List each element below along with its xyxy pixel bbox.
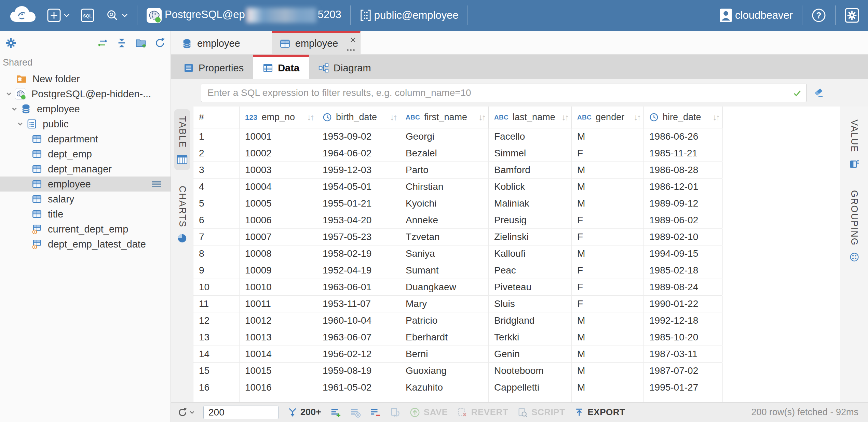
tab-table-presentation[interactable]: TABLE <box>174 109 190 170</box>
tree-item-new-folder[interactable]: New folder <box>0 71 171 86</box>
cell-rownum[interactable]: 11 <box>193 296 240 312</box>
column-header-first-name[interactable]: ABC first_name ↓↑ <box>400 107 489 128</box>
column-header-rownum[interactable]: # <box>193 107 240 128</box>
table-row[interactable]: 8 10008 1958-02-19 Saniya Kalloufi M 199… <box>193 245 722 262</box>
cell-emp-no[interactable]: 10004 <box>240 179 317 195</box>
user-menu[interactable]: cloudbeaver <box>714 0 798 31</box>
close-icon[interactable] <box>349 35 357 46</box>
cell-rownum[interactable]: 2 <box>193 145 240 161</box>
cell-last-name[interactable]: Maliniak <box>489 195 572 212</box>
refresh-icon[interactable] <box>154 37 166 49</box>
tree-item-table-department[interactable]: department <box>0 131 171 146</box>
table-row[interactable]: 11 10011 1953-11-07 Mary Sluis F 1990-01… <box>193 296 722 312</box>
cell-hire-date[interactable]: 1992-12-18 <box>644 312 723 329</box>
clear-filter-button[interactable] <box>813 87 824 98</box>
cell-hire-date[interactable]: 1985-10-20 <box>644 329 723 346</box>
save-button[interactable]: SAVE <box>409 407 448 418</box>
cell-gender[interactable]: F <box>572 229 644 245</box>
cell-emp-no[interactable]: 10006 <box>240 212 317 228</box>
cell-rownum[interactable]: 15 <box>193 363 240 379</box>
column-header-gender[interactable]: ABC gender ↓↑ <box>572 107 644 128</box>
cell-hire-date[interactable]: 1987-07-02 <box>644 363 723 379</box>
cell-emp-no[interactable]: 10013 <box>240 329 317 346</box>
add-row-button[interactable] <box>330 407 341 418</box>
cell-first-name[interactable]: Kazuhito <box>400 379 489 396</box>
item-menu-icon[interactable] <box>151 180 162 188</box>
duplicate-row-button[interactable] <box>350 407 361 418</box>
cell-gender[interactable]: M <box>572 379 644 396</box>
cell-last-name[interactable]: Kalloufi <box>489 245 572 262</box>
cell-gender[interactable]: M <box>572 346 644 362</box>
table-row[interactable]: 1 10001 1953-09-02 Georgi Facello M 1986… <box>193 128 722 145</box>
sort-arrows-icon[interactable]: ↓↑ <box>478 112 485 122</box>
cell-gender[interactable]: M <box>572 312 644 329</box>
tree-item-view-current-dept-emp[interactable]: current_dept_emp <box>0 222 171 237</box>
cell-gender[interactable]: M <box>572 329 644 346</box>
cell-last-name[interactable]: Sluis <box>489 296 572 312</box>
cell-rownum[interactable]: 3 <box>193 162 240 178</box>
cell-birth-date[interactable]: 1953-09-02 <box>317 128 400 145</box>
cell-hire-date[interactable]: 1987-03-11 <box>644 346 723 362</box>
cell-last-name[interactable]: Terkki <box>489 329 572 346</box>
chevron-down-icon[interactable] <box>15 120 26 128</box>
cell-first-name[interactable]: Duangkaew <box>400 279 489 295</box>
cell-emp-no[interactable]: 10008 <box>240 245 317 262</box>
tree-item-table-employee-selected[interactable]: employee <box>0 177 171 192</box>
cell-emp-no[interactable]: 10014 <box>240 346 317 362</box>
table-row[interactable]: 14 10014 1956-02-12 Berni Genin M 1987-0… <box>193 346 722 363</box>
cell-first-name[interactable]: Berni <box>400 346 489 362</box>
chevron-down-icon[interactable] <box>3 90 14 98</box>
cell-last-name[interactable]: Genin <box>489 346 572 362</box>
tree-item-table-dept-emp[interactable]: dept_emp <box>0 146 171 161</box>
cell-hire-date[interactable]: 1985-11-21 <box>644 145 723 161</box>
refresh-results-button[interactable] <box>177 407 194 418</box>
cell-last-name[interactable]: Simmel <box>489 145 572 161</box>
sort-arrows-icon[interactable]: ↓↑ <box>390 112 396 122</box>
cell-rownum[interactable]: 6 <box>193 212 240 228</box>
cell-gender[interactable]: M <box>572 195 644 212</box>
column-header-hire-date[interactable]: hire_date ↓↑ <box>644 107 723 128</box>
tab-grouping-panel[interactable]: GROUPING <box>846 183 862 268</box>
cell-hire-date[interactable]: 1990-01-22 <box>644 296 723 312</box>
sort-arrows-icon[interactable]: ↓↑ <box>713 112 719 122</box>
cell-birth-date[interactable]: 1964-06-02 <box>317 145 400 161</box>
cell-rownum[interactable]: 5 <box>193 195 240 212</box>
cell-rownum[interactable]: 10 <box>193 279 240 295</box>
fetch-size-input[interactable] <box>203 406 279 419</box>
cell-emp-no[interactable]: 10016 <box>240 379 317 396</box>
cloudbeaver-logo-icon[interactable] <box>0 4 42 27</box>
connection-selector[interactable]: PostgreSQL@ep5203 <box>141 0 347 31</box>
table-row[interactable]: 15 10015 1959-08-19 Guoxiang Nooteboom M… <box>193 363 722 379</box>
cell-emp-no[interactable]: 10009 <box>240 262 317 279</box>
cell-first-name[interactable]: Sumant <box>400 262 489 279</box>
tree-item-table-salary[interactable]: salary <box>0 192 171 207</box>
tree-item-table-title[interactable]: title <box>0 207 171 222</box>
cell-rownum[interactable]: 8 <box>193 245 240 262</box>
column-header-emp-no[interactable]: 123 emp_no ↓↑ <box>240 107 317 128</box>
cell-gender[interactable]: M <box>572 179 644 195</box>
cell-last-name[interactable]: Cappelletti <box>489 379 572 396</box>
cell-first-name[interactable]: Guoxiang <box>400 363 489 379</box>
table-row[interactable]: 5 10005 1955-01-21 Kyoichi Maliniak M 19… <box>193 195 722 212</box>
cell-birth-date[interactable]: 1952-04-19 <box>317 262 400 279</box>
tab-value-panel[interactable]: VALUE <box>846 113 862 174</box>
tab-diagram[interactable]: Diagram <box>309 55 381 79</box>
table-row[interactable]: 12 10012 1960-10-04 Patricio Bridgland M… <box>193 312 722 329</box>
cell-gender[interactable]: M <box>572 245 644 262</box>
cell-last-name[interactable]: Zielinski <box>489 229 572 245</box>
sql-editor-button[interactable]: SQL <box>75 0 100 31</box>
export-button[interactable]: EXPORT <box>574 407 625 418</box>
cell-emp-no[interactable]: 10010 <box>240 279 317 295</box>
cell-hire-date[interactable]: 1989-02-10 <box>644 229 723 245</box>
table-row[interactable]: 4 10004 1954-05-01 Chirstian Koblick M 1… <box>193 179 722 195</box>
cell-hire-date[interactable]: 1986-08-28 <box>644 162 723 178</box>
cell-last-name[interactable]: Bamford <box>489 162 572 178</box>
cell-emp-no[interactable]: 10015 <box>240 363 317 379</box>
cell-emp-no[interactable]: 10011 <box>240 296 317 312</box>
tab-employee-database[interactable]: employee <box>171 31 272 54</box>
cell-rownum[interactable]: 16 <box>193 379 240 396</box>
tab-employee-table[interactable]: employee <box>272 31 361 54</box>
table-row[interactable]: 10 10010 1963-06-01 Duangkaew Piveteau F… <box>193 279 722 296</box>
cell-first-name[interactable]: Patricio <box>400 312 489 329</box>
cell-birth-date[interactable]: 1953-04-20 <box>317 212 400 228</box>
